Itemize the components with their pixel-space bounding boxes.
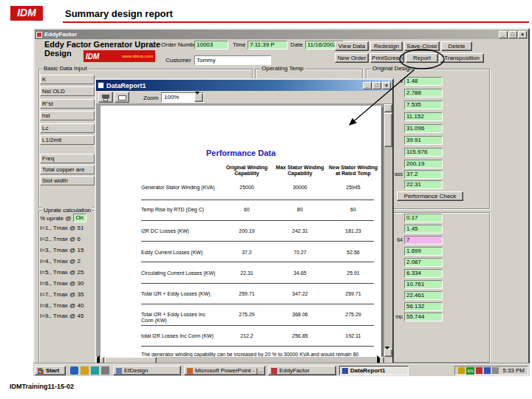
- view-data-button[interactable]: View Data: [335, 41, 369, 51]
- task-powerpoint[interactable]: Microsoft PowerPoint - [...: [184, 366, 265, 375]
- result-field[interactable]: 1.48: [404, 77, 443, 86]
- result-field[interactable]: 39.91: [404, 136, 443, 145]
- basic-field-rst[interactable]: R"st: [40, 99, 95, 109]
- task-eddyfactor[interactable]: EddyFactor: [268, 366, 336, 375]
- close-icon[interactable]: ×: [518, 31, 527, 38]
- result-field[interactable]: 56.132: [404, 302, 443, 311]
- uprate-row-6[interactable]: I=6., Tmax @ 30: [40, 280, 95, 287]
- uprate-row-4[interactable]: I=4., Tmax @ 2: [40, 258, 95, 265]
- maximize-icon[interactable]: □: [372, 82, 381, 89]
- operating-temp-group-label: Operating Temp: [260, 65, 305, 72]
- report-page: Performance Data Original Winding Capabi…: [100, 106, 381, 357]
- basic-field-k[interactable]: K: [40, 75, 95, 84]
- uprate-row-3[interactable]: I=3., Tmax @ 15: [40, 247, 95, 253]
- slide-logo: IDM: [10, 6, 43, 21]
- row-value: 60: [327, 207, 379, 213]
- result-field[interactable]: 37.2: [404, 170, 443, 179]
- start-button[interactable]: Start: [35, 366, 66, 375]
- row-value: 25.91: [327, 270, 379, 276]
- app-icon: [36, 32, 42, 38]
- result-field[interactable]: 2.788: [404, 89, 443, 98]
- basic-field-lc[interactable]: Lc: [40, 123, 95, 133]
- result-field[interactable]: 7.535: [404, 100, 443, 109]
- result-field[interactable]: 10.761: [404, 280, 443, 289]
- clock[interactable]: 5:33 PM: [502, 367, 525, 374]
- row-value: 181.23: [327, 228, 379, 234]
- quicklaunch-folder-icon[interactable]: [91, 366, 99, 375]
- taskbar: Start EfDesign Microsoft PowerPoint - [.…: [33, 364, 530, 376]
- task-datareport[interactable]: DataReport1: [339, 366, 409, 375]
- uprate-row-1[interactable]: I=1., Tmax @ 51: [40, 225, 95, 231]
- uprate-pct-field[interactable]: On: [73, 214, 86, 222]
- scroll-up-icon[interactable]: [384, 104, 392, 112]
- result-field[interactable]: 55.744: [404, 313, 443, 321]
- result-field[interactable]: 22.461: [404, 291, 443, 300]
- vertical-scrollbar[interactable]: [384, 104, 392, 357]
- basic-field-freq[interactable]: Freq: [40, 154, 95, 163]
- maximize-icon[interactable]: □: [508, 31, 517, 38]
- order-number-label: Order Number: [161, 41, 199, 48]
- uprate-row-9[interactable]: I=9., Tmax @ 45: [40, 313, 95, 319]
- result-field[interactable]: 22.31: [404, 180, 443, 189]
- quicklaunch-mail-icon[interactable]: [101, 366, 109, 375]
- volume-icon[interactable]: [458, 367, 465, 374]
- result-field[interactable]: 200.19: [404, 160, 443, 168]
- close-icon[interactable]: ×: [382, 82, 391, 89]
- basic-field-total-copper[interactable]: Total copper are: [40, 165, 95, 174]
- updates-icon[interactable]: [492, 367, 499, 374]
- delete-button[interactable]: Delete: [441, 41, 472, 51]
- row-value: 275.29: [221, 312, 273, 318]
- quicklaunch-desktop-icon[interactable]: [81, 366, 89, 375]
- print-button[interactable]: [98, 92, 113, 103]
- eddyfactor-titlebar[interactable]: EddyFactor _ □ ×: [35, 30, 528, 39]
- result-field[interactable]: 0.17: [404, 214, 443, 222]
- basic-field-hst[interactable]: hst: [40, 111, 95, 120]
- redesign-button[interactable]: Redesign: [370, 41, 403, 51]
- datareport-titlebar[interactable]: DataReport1 _ □ ×: [96, 80, 392, 91]
- order-number-field[interactable]: 10003: [194, 41, 228, 50]
- zoom-dropdown-arrow-icon[interactable]: [194, 93, 203, 102]
- uprate-row-8[interactable]: I=8., Tmax @ 40: [40, 302, 95, 309]
- report-button[interactable]: Report: [406, 53, 438, 63]
- save-close-button[interactable]: Save-Close: [404, 41, 440, 51]
- efdesign-icon: [116, 368, 122, 374]
- print-screen-button[interactable]: PrintScreen: [370, 53, 404, 63]
- time-field[interactable]: 7:11:39 P: [248, 41, 287, 50]
- network-icon[interactable]: [484, 367, 491, 374]
- eddyfactor-window: EddyFactor _ □ × Eddy Factor Generator U…: [33, 28, 530, 365]
- language-indicator-icon[interactable]: EN: [466, 367, 474, 375]
- uprate-row-2[interactable]: I=2., Tmax @ 6: [40, 236, 95, 242]
- row-value: 259.71: [221, 291, 273, 297]
- result-field[interactable]: 115.976: [404, 148, 443, 157]
- zoom-select[interactable]: 100%: [161, 92, 204, 103]
- scroll-thumb[interactable]: [384, 113, 392, 147]
- result-field[interactable]: 31.096: [404, 124, 443, 133]
- result-field[interactable]: 2.087: [404, 258, 443, 267]
- task-efdesign[interactable]: EfDesign: [113, 366, 181, 375]
- basic-field-l12mlt[interactable]: L1/2mlt: [40, 135, 95, 145]
- quicklaunch-ie-icon[interactable]: [70, 366, 78, 375]
- minimize-icon[interactable]: _: [363, 82, 372, 89]
- new-order-button[interactable]: New Order: [335, 53, 369, 63]
- scroll-down-icon[interactable]: [384, 349, 392, 357]
- row-value: 200.19: [221, 228, 273, 234]
- minimize-icon[interactable]: _: [499, 31, 508, 38]
- result-field[interactable]: 1.45: [404, 225, 443, 233]
- customer-field[interactable]: Tommy: [194, 55, 271, 65]
- uprate-row-5[interactable]: I=5., Tmax @ 25: [40, 269, 95, 276]
- result-field[interactable]: 1.699: [404, 247, 443, 256]
- export-button[interactable]: [115, 92, 129, 103]
- result-field[interactable]: 6.334: [404, 269, 443, 278]
- result-field-highlight[interactable]: 7: [404, 236, 443, 245]
- basic-field-slot-width[interactable]: Slot width: [40, 176, 95, 185]
- export-icon: [118, 95, 126, 100]
- row-value: 25945: [327, 185, 379, 191]
- row-value: 30000: [274, 185, 326, 191]
- uprate-row-7[interactable]: I=7., Tmax @ 35: [40, 291, 95, 298]
- antivirus-icon[interactable]: [476, 367, 482, 374]
- basic-field-nst-old[interactable]: Nst OLD: [40, 86, 95, 96]
- transposition-button[interactable]: Transposition: [440, 53, 484, 63]
- result-field[interactable]: 11.152: [404, 112, 443, 121]
- customer-label: Customer: [166, 57, 191, 64]
- performance-check-button[interactable]: Performance Check: [397, 191, 463, 201]
